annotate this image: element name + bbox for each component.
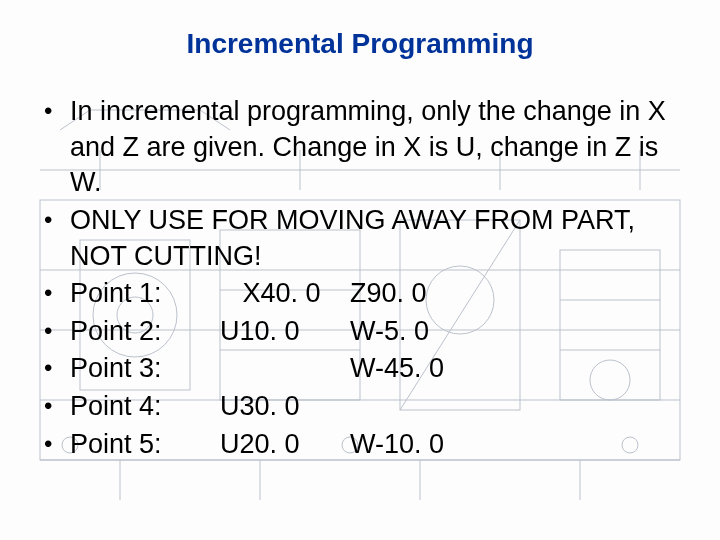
bullet-list: In incremental programming, only the cha… [40, 94, 680, 462]
list-item: Point 1: X40. 0 Z90. 0 [44, 276, 680, 312]
point-label: Point 3: [70, 351, 220, 387]
list-item: Point 3: W-45. 0 [44, 351, 680, 387]
point-col1: U30. 0 [220, 389, 350, 425]
point-col2: Z90. 0 [350, 276, 427, 312]
point-label: Point 1: [70, 276, 220, 312]
point-col2: W-45. 0 [350, 351, 444, 387]
point-col2: W-10. 0 [350, 427, 444, 463]
bullet-warning: ONLY USE FOR MOVING AWAY FROM PART, NOT … [70, 203, 680, 274]
point-label: Point 5: [70, 427, 220, 463]
point-col1: U10. 0 [220, 314, 350, 350]
list-item: In incremental programming, only the cha… [44, 94, 680, 201]
point-col1: X40. 0 [220, 276, 350, 312]
list-item: Point 4: U30. 0 [44, 389, 680, 425]
point-col1: U20. 0 [220, 427, 350, 463]
slide-title: Incremental Programming [40, 28, 680, 60]
list-item: Point 5: U20. 0 W-10. 0 [44, 427, 680, 463]
list-item: Point 2: U10. 0 W-5. 0 [44, 314, 680, 350]
list-item: ONLY USE FOR MOVING AWAY FROM PART, NOT … [44, 203, 680, 274]
point-label: Point 2: [70, 314, 220, 350]
bullet-intro: In incremental programming, only the cha… [70, 94, 680, 201]
point-col2: W-5. 0 [350, 314, 429, 350]
point-col1 [220, 351, 350, 387]
point-label: Point 4: [70, 389, 220, 425]
